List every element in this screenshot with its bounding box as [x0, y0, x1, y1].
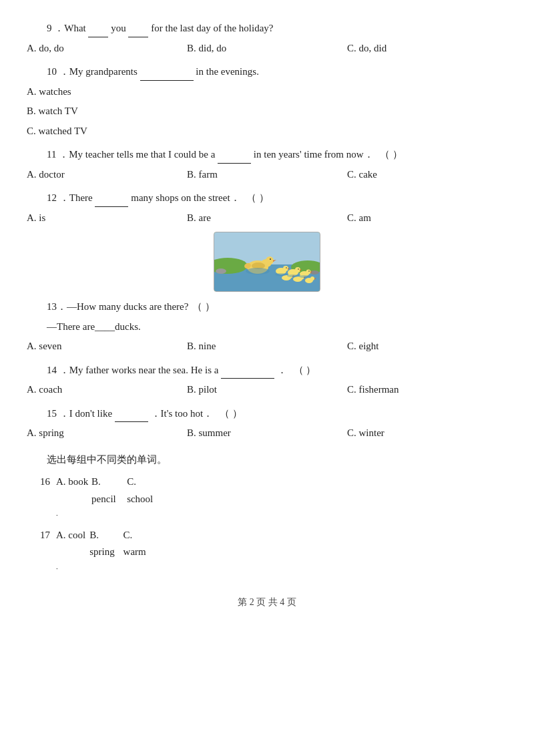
q14-paren: （ ）	[294, 362, 316, 379]
q11-option-a: A. doctor	[27, 166, 187, 184]
q9-option-b: B. did, do	[187, 40, 347, 57]
q12-number: 12	[47, 192, 57, 203]
q9-text: ．What	[54, 23, 85, 33]
q16-option-a: A. book	[56, 474, 91, 508]
q17-option-b: B. spring	[89, 527, 123, 561]
q13-paren: （ ）	[192, 299, 215, 316]
q9-mid: you	[111, 23, 128, 33]
q9-option-c: C. do, did	[347, 40, 507, 57]
q12-end: many shops on the street．	[131, 192, 240, 203]
q17-number: 17	[40, 527, 55, 544]
q11-paren: （ ）	[380, 146, 403, 164]
q16-number: 16	[40, 474, 55, 491]
q11-blank	[218, 163, 251, 164]
svg-point-17	[286, 267, 287, 268]
svg-point-35	[275, 273, 287, 276]
question-17: 17 A. cool B. spring C. warm ·	[40, 527, 507, 575]
duck-image	[214, 232, 320, 292]
svg-point-4	[216, 268, 226, 274]
q13-second-line: —There are____ducks.	[47, 319, 507, 336]
svg-point-10	[270, 258, 271, 260]
q9-end: for the last day of the holiday?	[151, 23, 273, 33]
q15-option-b: B. summer	[187, 425, 347, 442]
q11-number: 11	[47, 149, 56, 160]
q11-option-b: B. farm	[187, 166, 347, 184]
question-16: 16 A. book B. pencil C. school ·	[40, 474, 507, 522]
q9-option-a: A. do, do	[27, 40, 187, 57]
q10-number: 10	[47, 66, 57, 77]
q13-text: ．—How many ducks are there?	[57, 299, 188, 316]
q10-option-b: B. watch TV	[27, 103, 507, 120]
q15-text: ．I don't like	[59, 408, 112, 419]
section-header: 选出每组中不同类的单词。	[47, 451, 507, 469]
q14-end: ．	[277, 365, 287, 375]
svg-point-25	[308, 270, 310, 272]
q17-option-a: A. cool	[56, 527, 89, 561]
q9-blank2	[128, 37, 148, 37]
question-12: 12 ．There many shops on the street． （ ）	[47, 190, 507, 207]
svg-point-23	[306, 270, 311, 274]
svg-point-33	[310, 276, 314, 280]
q16-dot: ·	[56, 509, 162, 522]
q10-text: ．My grandparents	[59, 66, 138, 77]
q15-blank	[115, 421, 148, 422]
q11-text: ．My teacher tells me that I could be a	[59, 149, 215, 160]
q15-end: ．It's too hot．	[151, 408, 214, 419]
q15-option-c: C. winter	[347, 425, 507, 442]
svg-point-13	[246, 268, 270, 274]
q9-blank1	[88, 37, 108, 37]
svg-point-36	[287, 274, 299, 277]
q12-option-c: C. am	[347, 210, 507, 227]
q12-text: ．There	[59, 192, 93, 203]
page-footer: 第 2 页 共 4 页	[27, 594, 507, 610]
q11-options: A. doctor B. farm C. cake	[27, 166, 507, 184]
q12-option-b: B. are	[187, 210, 347, 227]
q11-end: in ten years' time from now．	[254, 149, 374, 160]
svg-point-8	[266, 256, 274, 264]
q14-text: ．My father works near the sea. He is a	[59, 365, 219, 375]
q15-options: A. spring B. summer C. winter	[27, 425, 507, 442]
q17-dot: ·	[56, 562, 157, 575]
q16-option-c: C. school	[127, 474, 162, 508]
question-9: 9 ．What you for the last day of the holi…	[47, 20, 507, 37]
svg-point-5	[310, 270, 319, 274]
q14-option-a: A. coach	[27, 381, 187, 399]
q12-options: A. is B. are C. am	[27, 210, 507, 227]
q14-option-c: C. fisherman	[347, 381, 507, 399]
q12-option-a: A. is	[27, 210, 187, 227]
svg-point-21	[298, 268, 299, 270]
q12-paren: （ ）	[246, 190, 269, 207]
q13-option-c: C. eight	[347, 338, 507, 355]
question-15: 15 ．I don't like ．It's too hot． （ ）	[47, 405, 507, 423]
q10-option-a: A. watches	[27, 83, 507, 101]
question-11: 11 ．My teacher tells me that I could be …	[47, 146, 507, 164]
q15-number: 15	[47, 408, 57, 419]
svg-point-19	[295, 267, 300, 272]
q17-option-c: C. warm	[123, 527, 157, 561]
svg-point-37	[299, 275, 310, 278]
q9-number: 9	[47, 23, 52, 33]
svg-point-15	[283, 266, 288, 271]
q14-blank	[221, 378, 274, 379]
q10-blank	[140, 80, 194, 81]
q12-blank	[95, 206, 128, 207]
q9-options: A. do, do B. did, do C. do, did	[27, 40, 507, 57]
q14-options: A. coach B. pilot C. fisherman	[27, 381, 507, 399]
q13-option-a: A. seven	[27, 338, 187, 355]
question-10: 10 ．My grandparents in the evenings.	[47, 63, 507, 81]
q10-option-c: C. watched TV	[27, 123, 507, 140]
q14-number: 14	[47, 365, 57, 375]
q14-option-b: B. pilot	[187, 381, 347, 399]
q13-number: 13	[47, 299, 57, 316]
q15-paren: （ ）	[220, 405, 242, 423]
q13-options: A. seven B. nine C. eight	[27, 338, 507, 355]
q11-option-c: C. cake	[347, 166, 507, 184]
q15-option-a: A. spring	[27, 425, 187, 442]
q16-option-b: B. pencil	[91, 474, 127, 508]
question-13: 13 ．—How many ducks are there? （ ）	[47, 299, 507, 316]
q10-end: in the evenings.	[196, 66, 259, 77]
question-14: 14 ．My father works near the sea. He is …	[47, 362, 507, 379]
q13-option-b: B. nine	[187, 338, 347, 355]
